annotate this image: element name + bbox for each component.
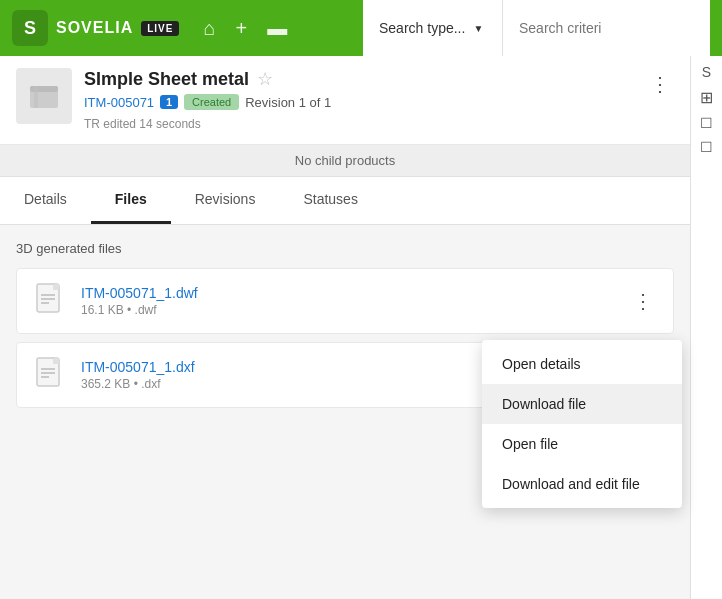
search-type-dropdown[interactable]: Search type... ▼	[363, 0, 503, 56]
search-type-label: Search type...	[379, 20, 465, 36]
search-area: Search type... ▼	[363, 0, 710, 56]
tab-files[interactable]: Files	[91, 177, 171, 224]
tab-revisions[interactable]: Revisions	[171, 177, 280, 224]
panel-icon-grid[interactable]: ⊞	[700, 88, 713, 107]
file-item-dwf: ITM-005071_1.dwf 16.1 KB • .dwf ⋮	[16, 268, 674, 334]
edit-info: TR edited 14 seconds	[84, 114, 646, 132]
no-child-label: No child products	[295, 153, 395, 168]
logo-box: S	[12, 10, 48, 46]
star-icon[interactable]: ☆	[257, 68, 273, 90]
panel-checkbox[interactable]: ☐	[700, 115, 713, 131]
home-icon[interactable]: ⌂	[203, 17, 215, 40]
logo-area: S SOVELIA LIVE	[12, 10, 179, 46]
panel-checkbox-2[interactable]: ☐	[700, 139, 713, 155]
file-info-dwf: ITM-005071_1.dwf 16.1 KB • .dwf	[81, 285, 617, 317]
status-badge: Created	[184, 94, 239, 110]
document-icon-2	[35, 357, 67, 393]
context-menu: Open details Download file Open file Dow…	[482, 340, 682, 508]
product-more-button[interactable]: ⋮	[646, 68, 674, 100]
file-more-button-dwf[interactable]: ⋮	[629, 285, 657, 317]
svg-rect-9	[53, 358, 59, 364]
window-icon[interactable]: ▬	[267, 17, 287, 40]
product-info: SImple Sheet metal ☆ ITM-005071 1 Create…	[84, 68, 646, 132]
revision-text: Revision 1 of 1	[245, 95, 331, 110]
product-meta-row: ITM-005071 1 Created Revision 1 of 1	[84, 94, 646, 110]
file-icon-dwf	[33, 283, 69, 319]
search-criteria-input[interactable]	[503, 0, 710, 56]
no-child-banner: No child products	[0, 145, 690, 177]
context-menu-download-file[interactable]: Download file	[482, 384, 682, 424]
file-name-dwf: ITM-005071_1.dwf	[81, 285, 617, 301]
product-header: SImple Sheet metal ☆ ITM-005071 1 Create…	[0, 56, 690, 145]
panel-icon-1[interactable]: S	[702, 64, 711, 80]
svg-rect-4	[53, 284, 59, 290]
context-menu-open-details[interactable]: Open details	[482, 344, 682, 384]
rev-number-badge: 1	[160, 95, 178, 109]
product-thumbnail	[16, 68, 72, 124]
product-title-row: SImple Sheet metal ☆	[84, 68, 646, 90]
tabs-bar: Details Files Revisions Statuses	[0, 177, 690, 225]
svg-rect-2	[34, 86, 38, 108]
right-panel-strip: S ⊞ ☐ ☐	[690, 56, 722, 599]
section-title: 3D generated files	[16, 241, 674, 256]
document-icon	[35, 283, 67, 319]
tab-details[interactable]: Details	[0, 177, 91, 224]
edit-text: TR edited 14 seconds	[84, 117, 201, 131]
product-image	[24, 76, 64, 116]
product-title: SImple Sheet metal	[84, 69, 249, 90]
tab-statuses[interactable]: Statuses	[279, 177, 381, 224]
add-icon[interactable]: +	[236, 17, 248, 40]
app-header: S SOVELIA LIVE ⌂ + ▬ Search type... ▼	[0, 0, 722, 56]
brand-name: SOVELIA	[56, 19, 133, 37]
file-meta-dwf: 16.1 KB • .dwf	[81, 303, 617, 317]
header-icons: ⌂ + ▬	[203, 17, 287, 40]
context-menu-download-edit[interactable]: Download and edit file	[482, 464, 682, 504]
file-icon-dxf	[33, 357, 69, 393]
item-id[interactable]: ITM-005071	[84, 95, 154, 110]
context-menu-open-file[interactable]: Open file	[482, 424, 682, 464]
chevron-down-icon: ▼	[473, 23, 483, 34]
live-badge: LIVE	[141, 21, 179, 36]
logo-letter: S	[24, 18, 36, 39]
